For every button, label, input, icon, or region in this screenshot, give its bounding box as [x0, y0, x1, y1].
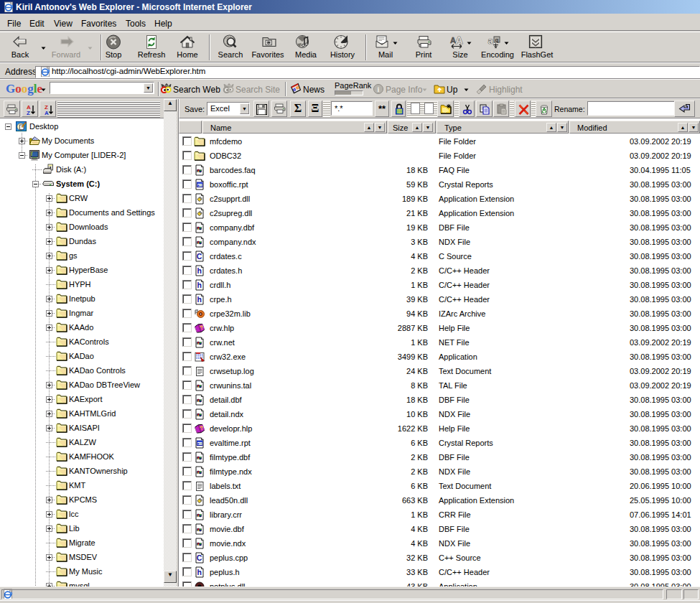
svg-text:A: A: [45, 110, 49, 116]
svg-text:Z: Z: [27, 110, 30, 116]
svg-text:h: h: [197, 568, 201, 576]
svg-text:h: h: [197, 281, 201, 289]
svg-text:a: a: [488, 36, 493, 46]
svg-text:C: C: [197, 252, 202, 261]
svg-text:A: A: [455, 34, 463, 46]
svg-text:Google: Google: [6, 82, 42, 95]
svg-text:i: i: [378, 85, 380, 93]
svg-text:h: h: [197, 266, 201, 275]
svg-text:h: h: [197, 295, 201, 304]
svg-text:q: q: [495, 37, 499, 43]
